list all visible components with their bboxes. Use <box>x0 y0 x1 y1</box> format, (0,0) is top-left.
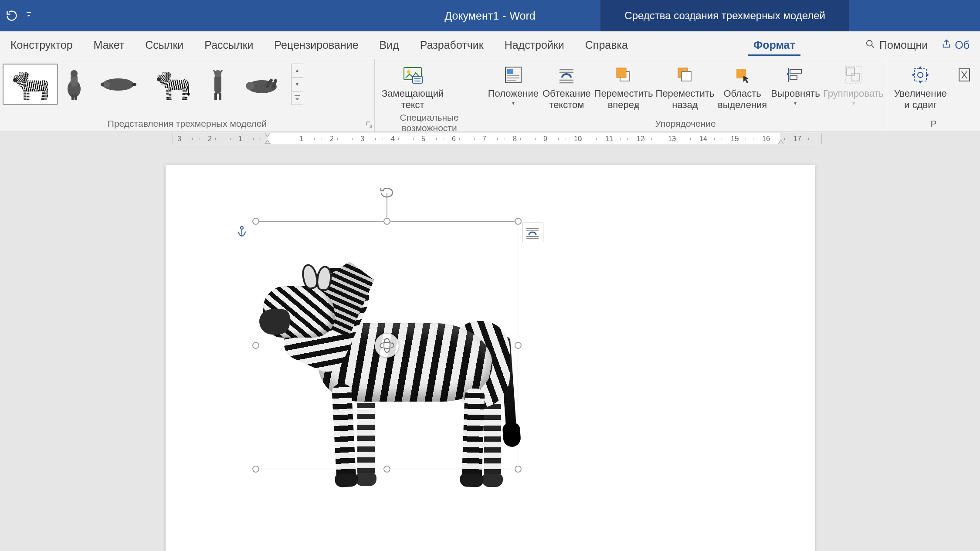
ruler-number: 11 <box>605 135 613 143</box>
title-bar: Документ1-Word Средства создания трехмер… <box>0 0 980 31</box>
tab-designer[interactable]: Конструктор <box>0 31 83 59</box>
right-indent-marker[interactable] <box>778 139 784 144</box>
send-backward-icon <box>674 64 696 86</box>
document-page[interactable] <box>166 165 815 551</box>
rotate-handle[interactable] <box>379 186 395 199</box>
wrap-text-label: Обтекание текстом <box>543 88 591 111</box>
resize-handle-tl[interactable] <box>252 218 259 225</box>
ribbon-group-label-views: Представления трехмерных моделей <box>3 117 372 132</box>
resize-handle-bl[interactable] <box>252 466 259 473</box>
resize-handle-mr[interactable] <box>515 342 522 349</box>
3d-view-thumb-5[interactable] <box>203 64 233 105</box>
align-button[interactable]: Выровнять ▾ <box>770 61 821 106</box>
resize-handle-ml[interactable] <box>252 342 259 349</box>
contextual-tab-group: Средства создания трехмерных моделей <box>600 0 849 31</box>
repeat-icon[interactable] <box>5 9 18 22</box>
left-indent-marker[interactable] <box>264 139 271 144</box>
svg-rect-11 <box>214 74 221 94</box>
reset-icon <box>954 64 977 86</box>
contextual-tab-group-label: Средства создания трехмерных моделей <box>624 10 825 22</box>
chevron-down-icon: ▾ <box>580 103 583 109</box>
tell-me-search[interactable]: Помощни <box>857 39 936 51</box>
svg-rect-24 <box>507 69 513 74</box>
reset-button-partial[interactable] <box>953 61 977 88</box>
wrap-text-icon <box>555 64 578 86</box>
pan-zoom-button[interactable]: Увеличение и сдвиг <box>890 61 951 111</box>
ruler-number: 6 <box>452 135 456 143</box>
tab-review[interactable]: Рецензирование <box>264 31 369 59</box>
svg-rect-35 <box>914 69 926 81</box>
tab-view[interactable]: Вид <box>369 31 410 59</box>
ruler-number: 2 <box>330 135 334 143</box>
position-icon <box>502 64 525 86</box>
ribbon-group-accessibility: Замещающий текст Специальные возможности <box>375 59 484 132</box>
resize-handle-bm[interactable] <box>383 466 390 473</box>
ruler-number: 13 <box>668 135 676 143</box>
resize-handle-tr[interactable] <box>515 218 522 225</box>
gallery-more-button[interactable] <box>292 91 303 105</box>
gallery-scroll-up[interactable]: ▲ <box>292 64 303 78</box>
svg-rect-32 <box>847 68 855 76</box>
svg-point-40 <box>380 342 394 348</box>
svg-point-21 <box>407 70 410 74</box>
alt-text-icon <box>401 64 424 86</box>
wrap-text-button[interactable]: Обтекание текстом ▾ <box>541 61 592 109</box>
alt-text-button[interactable]: Замещающий текст <box>377 61 448 111</box>
ruler-number: 5 <box>421 135 425 143</box>
3d-orbit-control[interactable] <box>375 333 399 358</box>
svg-point-6 <box>71 70 78 77</box>
tab-mailings[interactable]: Рассылки <box>194 31 264 59</box>
ruler-number: 14 <box>699 135 707 143</box>
3d-view-thumb-3[interactable] <box>90 64 146 105</box>
ruler-area: 3211234567891011121314151617 <box>0 132 980 145</box>
ribbon-group-label-accessibility: Специальные возможности <box>377 111 481 136</box>
resize-handle-tm[interactable] <box>383 218 390 225</box>
resize-handle-br[interactable] <box>515 466 522 473</box>
tab-help[interactable]: Справка <box>575 31 638 59</box>
align-label: Выровнять <box>771 88 820 99</box>
3d-view-thumb-1[interactable] <box>3 64 58 105</box>
ruler-number: 3 <box>360 135 364 143</box>
send-backward-button[interactable]: Переместить назад ▾ <box>655 61 715 109</box>
selected-3d-model[interactable] <box>256 221 518 469</box>
svg-rect-33 <box>852 73 860 81</box>
tell-me-placeholder: Помощни <box>879 39 928 51</box>
svg-point-39 <box>241 226 243 229</box>
selection-pane-icon <box>731 64 754 86</box>
tab-format[interactable]: Формат <box>743 31 806 59</box>
svg-point-41 <box>384 338 390 352</box>
selection-pane-button[interactable]: Область выделения <box>716 61 768 111</box>
send-backward-label: Переместить назад <box>656 88 715 111</box>
svg-rect-38 <box>265 143 270 144</box>
tab-developer[interactable]: Разработчик <box>410 31 494 59</box>
document-scroll-area[interactable] <box>0 145 980 551</box>
selection-pane-label: Область выделения <box>718 88 767 111</box>
ruler-number: 16 <box>762 135 770 143</box>
title-right-spacer <box>849 0 980 31</box>
share-button[interactable]: Об <box>936 39 975 51</box>
3d-view-thumb-6[interactable] <box>234 64 289 105</box>
svg-point-36 <box>918 72 923 78</box>
3d-view-thumb-4[interactable] <box>146 64 202 105</box>
qat-customize-dropdown[interactable] <box>26 11 31 20</box>
dialog-launcher-views[interactable] <box>366 121 373 128</box>
tab-references[interactable]: Ссылки <box>135 31 194 59</box>
ruler-number: 8 <box>513 135 517 143</box>
gallery-scroll-down[interactable]: ▼ <box>292 78 303 91</box>
first-line-indent-marker[interactable] <box>264 133 271 138</box>
3d-view-thumb-2[interactable] <box>59 64 89 105</box>
bring-forward-button[interactable]: Переместить вперед ▾ <box>593 61 653 109</box>
tab-addins[interactable]: Надстройки <box>494 31 575 59</box>
tab-layout[interactable]: Макет <box>83 31 135 59</box>
ribbon: ▲ ▼ Представления трехмерных моделей Зам… <box>0 59 980 132</box>
layout-options-button[interactable] <box>522 223 543 242</box>
ribbon-group-size: Увеличение и сдвиг Р <box>887 59 980 132</box>
horizontal-ruler[interactable]: 3211234567891011121314151617 <box>173 133 822 144</box>
svg-rect-26 <box>617 68 626 78</box>
ruler-number: 9 <box>543 135 547 143</box>
ruler-number: 2 <box>208 135 212 143</box>
group-icon <box>842 64 865 86</box>
ruler-number: 3 <box>177 135 181 143</box>
position-button[interactable]: Положение ▾ <box>487 61 539 106</box>
alt-text-label: Замещающий текст <box>382 88 444 111</box>
